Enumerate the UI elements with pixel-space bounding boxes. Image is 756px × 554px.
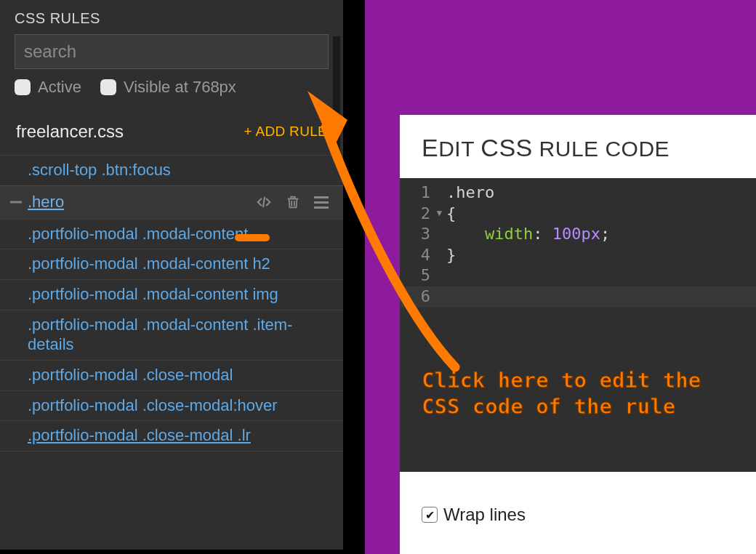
brace-open: { bbox=[446, 204, 456, 222]
scrollbar-thumb[interactable] bbox=[333, 36, 340, 153]
add-rule-button[interactable]: + ADD RULE bbox=[244, 124, 327, 140]
code-value: 100px bbox=[552, 225, 600, 243]
rules-list: .scroll-top .btn:focus .hero bbox=[0, 155, 343, 451]
rule-item-selected[interactable]: .hero bbox=[0, 185, 343, 219]
code-selector: .hero bbox=[446, 183, 494, 201]
rule-selector: .portfolio-modal .modal-content img bbox=[28, 285, 278, 303]
rule-item[interactable]: .portfolio-modal .close-modal .lr bbox=[0, 420, 343, 451]
filters-row: Active Visible at 768px bbox=[0, 78, 343, 108]
trash-icon[interactable] bbox=[285, 194, 301, 210]
file-header: freelancer.css + ADD RULE bbox=[0, 108, 343, 155]
visible-label: Visible at 768px bbox=[124, 78, 236, 97]
active-label: Active bbox=[38, 78, 81, 97]
editor-card: EDIT CSS RULE CODE 1.hero 2▼{ 3 width: 1… bbox=[400, 115, 756, 554]
rule-selector: .portfolio-modal .modal-content h2 bbox=[28, 254, 270, 273]
collapse-icon[interactable] bbox=[10, 201, 22, 204]
wrap-lines-label: Wrap lines bbox=[443, 505, 526, 525]
preview-area: EDIT CSS RULE CODE 1.hero 2▼{ 3 width: 1… bbox=[365, 0, 756, 554]
rule-selector: .hero bbox=[28, 193, 64, 212]
rule-selector: .portfolio-modal .close-modal:hover bbox=[28, 396, 278, 414]
svg-line-0 bbox=[263, 198, 265, 207]
divider-strip bbox=[343, 0, 365, 554]
fold-icon[interactable]: ▼ bbox=[437, 208, 442, 220]
visible-checkbox[interactable] bbox=[100, 79, 116, 95]
wrap-lines-checkbox[interactable]: ✔ bbox=[422, 507, 438, 523]
css-rules-panel: CSS RULES Active Visible at 768px freela… bbox=[0, 0, 343, 554]
rule-selector: .portfolio-modal .close-modal bbox=[28, 366, 233, 384]
code-icon[interactable] bbox=[256, 194, 272, 210]
rule-item[interactable]: .scroll-top .btn:focus bbox=[0, 155, 343, 185]
search-wrap bbox=[0, 34, 343, 78]
rule-selector: .scroll-top .btn:focus bbox=[28, 161, 171, 179]
callout-target-marker bbox=[235, 234, 270, 241]
menu-icon[interactable] bbox=[314, 196, 329, 209]
brace-close: } bbox=[446, 246, 456, 264]
code-property: width bbox=[485, 225, 533, 243]
rule-selector: .portfolio-modal .modal-content bbox=[28, 225, 248, 243]
rule-item[interactable]: .portfolio-modal .modal-content .item-de… bbox=[0, 310, 343, 360]
rule-item[interactable]: .portfolio-modal .modal-content img bbox=[0, 279, 343, 310]
code-editor[interactable]: 1.hero 2▼{ 3 width: 100px; 4} 5 6 Click … bbox=[400, 178, 756, 472]
rule-item[interactable]: .portfolio-modal .modal-content h2 bbox=[0, 249, 343, 279]
rule-selector: .portfolio-modal .close-modal .lr bbox=[28, 426, 251, 444]
file-name: freelancer.css bbox=[16, 121, 124, 142]
rule-item[interactable]: .portfolio-modal .modal-content bbox=[0, 219, 343, 249]
rule-item[interactable]: .portfolio-modal .close-modal bbox=[0, 360, 343, 390]
editor-title: EDIT CSS RULE CODE bbox=[400, 134, 756, 178]
callout-text: Click here to edit the CSS code of the r… bbox=[422, 367, 701, 420]
search-input[interactable] bbox=[15, 34, 329, 69]
panel-header: CSS RULES bbox=[0, 0, 343, 34]
wrap-lines-row: ✔ Wrap lines bbox=[400, 496, 756, 534]
panel-title: CSS RULES bbox=[15, 10, 329, 27]
active-checkbox[interactable] bbox=[15, 79, 31, 95]
rule-item[interactable]: .portfolio-modal .close-modal:hover bbox=[0, 390, 343, 421]
rule-selector: .portfolio-modal .modal-content .item-de… bbox=[28, 316, 292, 353]
rule-tools bbox=[256, 194, 329, 210]
